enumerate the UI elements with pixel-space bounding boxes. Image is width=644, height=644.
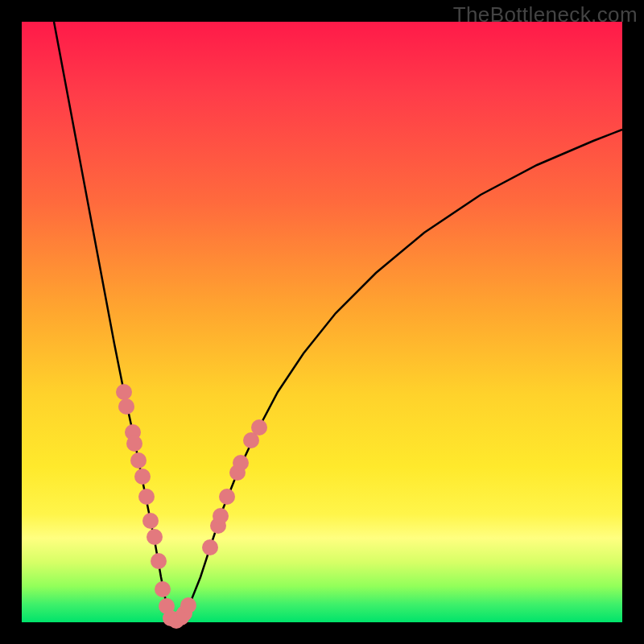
data-marker — [130, 452, 147, 469]
data-marker — [180, 597, 196, 613]
data-marker — [155, 581, 171, 597]
data-marker — [138, 489, 155, 505]
data-marker — [142, 513, 159, 529]
data-marker — [202, 539, 218, 555]
data-marker — [126, 436, 142, 452]
chart-frame: TheBottleneck.com — [0, 0, 644, 644]
v-curve — [54, 22, 622, 622]
chart-svg — [22, 22, 622, 622]
data-marker — [251, 419, 267, 436]
data-marker — [151, 553, 167, 569]
data-marker — [219, 489, 235, 505]
data-marker — [147, 529, 163, 545]
marker-group — [116, 384, 267, 629]
data-marker — [116, 384, 132, 400]
data-marker — [134, 469, 151, 485]
data-marker — [118, 398, 134, 415]
watermark-text: TheBottleneck.com — [453, 2, 638, 27]
data-marker — [213, 508, 229, 524]
data-marker — [233, 455, 249, 471]
